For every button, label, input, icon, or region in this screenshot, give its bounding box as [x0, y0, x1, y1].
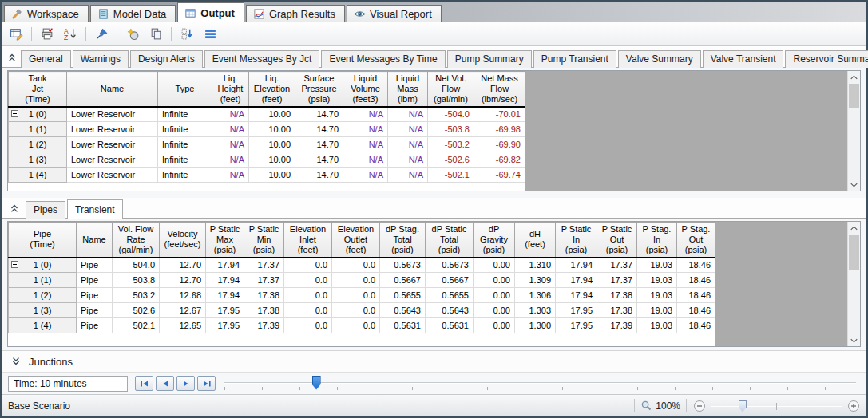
tab-pipes[interactable]: Pipes [26, 201, 65, 219]
time-last-button[interactable] [197, 376, 216, 391]
scrollbar-thumb[interactable] [849, 84, 859, 108]
row-header[interactable]: 1 (3) [9, 152, 67, 168]
scrollbar-thumb[interactable] [849, 235, 859, 270]
junctions-section-header[interactable]: Junctions [2, 350, 866, 372]
column-header[interactable]: dH (feet) [515, 223, 556, 258]
row-header[interactable]: 1 (2) [9, 288, 77, 303]
scroll-up-button[interactable] [848, 222, 860, 234]
column-header[interactable]: Liq. Elevation (feet) [249, 72, 295, 107]
column-header[interactable]: Name [67, 72, 158, 107]
grid-cell: N/A [388, 137, 428, 152]
row-header[interactable]: 1 (0) [9, 258, 77, 273]
column-header[interactable]: Type [158, 72, 212, 107]
tab-pump-transient[interactable]: Pump Transient [533, 50, 616, 68]
status-bar: Base Scenario 100% [2, 394, 866, 416]
column-header[interactable]: Velocity (feet/sec) [160, 223, 206, 258]
row-header[interactable]: 1 (1) [9, 273, 77, 288]
column-header[interactable]: P Static In (psia) [556, 223, 597, 258]
column-header[interactable]: Net Mass Flow (lbm/sec) [474, 72, 525, 107]
tab-valve-transient[interactable]: Valve Transient [703, 50, 784, 68]
transpose-button[interactable] [177, 25, 196, 44]
tab-event-messages-by-jct[interactable]: Event Messages By Jct [204, 50, 320, 68]
zoom-out-button[interactable] [692, 399, 706, 412]
column-header[interactable]: Pipe (Time) [9, 223, 77, 258]
column-header[interactable]: P Static Out (psia) [597, 223, 637, 258]
tab-visual-report[interactable]: Visual Report [347, 5, 442, 22]
time-prev-button[interactable] [156, 376, 174, 391]
tab-model-data[interactable]: Model Data [90, 5, 176, 22]
model-data-icon [97, 8, 109, 20]
row-header[interactable]: 1 (1) [9, 122, 67, 137]
chevron-double-down-icon [10, 356, 22, 367]
scroll-down-button[interactable] [848, 179, 860, 191]
zoom-in-button[interactable] [846, 399, 860, 412]
row-header[interactable]: 1 (0) [9, 107, 67, 122]
column-header[interactable]: Liq. Height (feet) [212, 72, 249, 107]
zoom-slider[interactable] [709, 398, 843, 414]
format-output-button[interactable] [6, 25, 26, 44]
copy-button[interactable] [146, 25, 165, 44]
scroll-up-button[interactable] [848, 71, 860, 83]
zoom-slider-center-tick [776, 403, 777, 410]
tab-reservoir-summary[interactable]: Reservoir Summary [785, 50, 868, 68]
pin-button[interactable] [92, 25, 111, 44]
collapse-toggle-icon[interactable] [11, 261, 18, 268]
tab-event-messages-by-time[interactable]: Event Messages By Time [321, 50, 445, 68]
scrollbar-track[interactable] [848, 83, 860, 179]
collapse-summary-panel-button[interactable] [6, 49, 18, 65]
zoom-slider-thumb[interactable] [739, 400, 747, 412]
column-header[interactable]: Net Vol. Flow (gal/min) [428, 72, 474, 107]
tab-workspace[interactable]: Workspace [4, 5, 89, 22]
column-header[interactable]: Tank Jct (Time) [9, 72, 67, 107]
panel-splitter[interactable] [2, 191, 866, 198]
column-header[interactable]: Elevation Outlet (feet) [332, 223, 380, 258]
tab-design-alerts[interactable]: Design Alerts [130, 50, 203, 68]
row-header[interactable]: 1 (4) [9, 168, 67, 183]
tab-output[interactable]: Output [177, 2, 244, 22]
column-header[interactable]: dP Stag. Total (psid) [380, 223, 426, 258]
grid-cell: N/A [343, 152, 388, 168]
column-header[interactable]: Liquid Mass (lbm) [388, 72, 428, 107]
column-header[interactable]: Vol. Flow Rate (gal/min) [113, 223, 160, 258]
rows-button[interactable] [200, 25, 220, 44]
scrollbar-track[interactable] [848, 234, 860, 334]
column-header[interactable]: dP Gravity (psid) [474, 223, 515, 258]
scroll-down-button[interactable] [848, 334, 860, 346]
row-header[interactable]: 1 (3) [9, 303, 77, 318]
column-header[interactable]: Liquid Volume (feet3) [343, 72, 388, 107]
column-header[interactable]: Surface Pressure (psia) [295, 72, 343, 107]
grid-cell: 17.37 [597, 258, 637, 273]
collapse-toggle-icon[interactable] [11, 110, 18, 117]
column-header[interactable]: Elevation Inlet (feet) [284, 223, 332, 258]
column-header[interactable]: Name [77, 223, 113, 258]
tab-general[interactable]: General [21, 50, 71, 68]
row-header[interactable]: 1 (2) [9, 137, 67, 152]
vertical-scrollbar[interactable] [847, 222, 860, 346]
grid-cell: 17.37 [244, 258, 284, 273]
tab-pump-summary[interactable]: Pump Summary [447, 50, 532, 68]
column-header[interactable]: P Static Max (psia) [206, 223, 244, 258]
tab-graph-results[interactable]: Graph Results [246, 5, 345, 22]
collapse-pipes-panel-button[interactable] [6, 200, 22, 216]
column-header[interactable]: dP Static Total (psid) [426, 223, 474, 258]
column-header[interactable]: P Stag. In (psia) [637, 223, 677, 258]
sort-button[interactable]: AZ [61, 25, 80, 44]
chevron-double-up-icon [9, 203, 20, 214]
output-icon [184, 7, 196, 19]
vertical-scrollbar[interactable] [847, 71, 860, 191]
column-header[interactable]: P Static Min (psia) [244, 223, 284, 258]
grid-cell: 18.46 [677, 258, 715, 273]
tab-warnings[interactable]: Warnings [73, 50, 129, 68]
print-button[interactable] [38, 25, 57, 44]
row-header[interactable]: 1 (4) [9, 318, 77, 333]
tab-pipes-transient[interactable]: Transient [67, 199, 123, 219]
skip-to-end-icon [201, 379, 212, 388]
row-header-label: 1 (2) [34, 290, 52, 300]
column-header[interactable]: P Stag. Out (psia) [677, 223, 715, 258]
time-slider[interactable] [223, 373, 859, 394]
tab-valve-summary[interactable]: Valve Summary [618, 50, 701, 68]
grid-cell: 19.03 [637, 303, 677, 318]
time-first-button[interactable] [135, 376, 153, 391]
time-next-button[interactable] [176, 376, 195, 391]
apply-format-button[interactable] [123, 25, 142, 44]
